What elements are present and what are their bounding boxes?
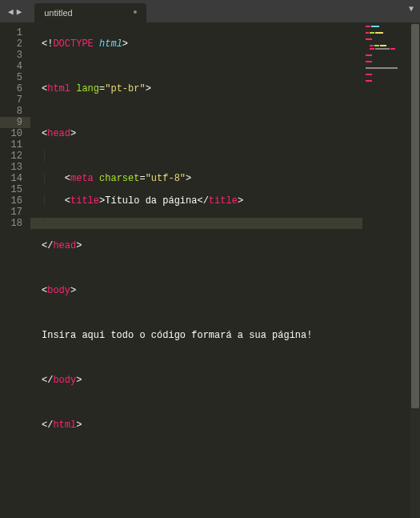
nav-prev-icon[interactable]: ◀ <box>6 6 15 17</box>
line-number: 15 <box>0 184 30 195</box>
editor-area: 1 2 3 4 5 6 7 8 9 10 11 12 13 14 15 16 1… <box>0 22 420 518</box>
code-line <box>42 307 362 319</box>
code-line <box>42 61 362 72</box>
line-number: 18 <box>0 218 30 229</box>
tab-untitled[interactable]: untitled • <box>34 3 146 22</box>
line-number: 14 <box>0 173 30 184</box>
code-line <box>42 352 362 363</box>
line-number: 7 <box>0 94 30 106</box>
code-line: <body> <box>42 285 362 296</box>
line-number: 6 <box>0 83 30 94</box>
code-line: Insira aqui todo o código formará a sua … <box>42 330 362 341</box>
code-line: </html> <box>42 420 362 431</box>
line-number: 4 <box>0 61 30 72</box>
code-line <box>42 397 362 408</box>
line-number: 9 <box>0 117 30 128</box>
line-number: 17 <box>0 207 30 218</box>
tab-title: untitled <box>44 8 72 18</box>
nav-arrows: ◀ ▶ <box>0 0 30 22</box>
code-editor[interactable]: <!DOCTYPE html> <html lang="pt-br"> <hea… <box>30 22 362 518</box>
line-gutter: 1 2 3 4 5 6 7 8 9 10 11 12 13 14 15 16 1… <box>0 22 30 518</box>
code-line <box>42 263 362 274</box>
tab-dropdown-icon[interactable]: ▼ <box>409 5 414 14</box>
titlebar: ◀ ▶ untitled • ▼ <box>0 0 420 22</box>
code-line: │ <title>Título da página</title> <box>42 195 362 207</box>
line-number: 3 <box>0 50 30 61</box>
code-line: │ <meta charset="utf-8"> <box>42 173 362 184</box>
code-line: │ <box>42 151 362 162</box>
line-number: 12 <box>0 151 30 162</box>
scrollbar-track[interactable] <box>410 22 420 518</box>
code-line: </head> <box>42 240 362 251</box>
nav-next-icon[interactable]: ▶ <box>15 6 24 17</box>
code-line-active: │ <box>30 218 420 229</box>
code-line: </body> <box>42 375 362 386</box>
line-number: 16 <box>0 195 30 207</box>
line-number: 5 <box>0 72 30 83</box>
scrollbar-thumb[interactable] <box>411 24 419 408</box>
code-line <box>42 106 362 117</box>
line-number: 11 <box>0 139 30 151</box>
line-number: 10 <box>0 128 30 139</box>
line-number: 2 <box>0 38 30 50</box>
code-line: <html lang="pt-br"> <box>42 83 362 94</box>
line-number: 13 <box>0 162 30 173</box>
code-line: <!DOCTYPE html> <box>42 38 362 50</box>
tab-dirty-icon: • <box>132 6 138 19</box>
line-number: 8 <box>0 106 30 117</box>
line-number: 1 <box>0 27 30 38</box>
code-line: <head> <box>42 128 362 139</box>
